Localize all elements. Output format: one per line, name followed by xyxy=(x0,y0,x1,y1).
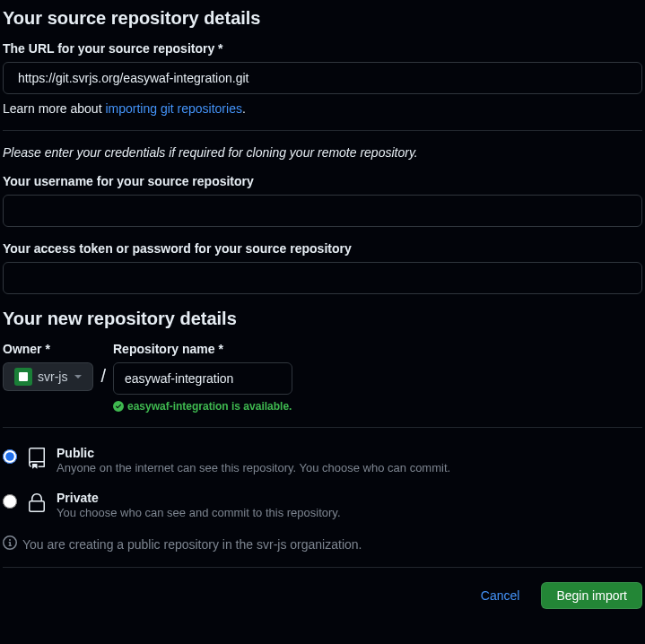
visibility-public-option[interactable]: Public Anyone on the internet can see th… xyxy=(3,442,642,478)
lock-icon xyxy=(26,491,48,514)
private-desc: You choose who can see and commit to thi… xyxy=(57,506,642,519)
repo-name-input[interactable] xyxy=(113,362,292,395)
private-title: Private xyxy=(57,491,642,505)
chevron-down-icon xyxy=(74,375,82,379)
divider xyxy=(3,567,642,568)
slash-separator: / xyxy=(100,342,106,385)
importing-git-link[interactable]: importing git repositories xyxy=(105,101,242,116)
public-radio[interactable] xyxy=(3,449,17,464)
username-label: Your username for your source repository xyxy=(3,174,642,188)
public-desc: Anyone on the internet can see this repo… xyxy=(57,461,642,474)
credentials-note: Please enter your credentials if require… xyxy=(3,145,642,160)
footer-actions: Cancel Begin import xyxy=(3,582,642,618)
username-input[interactable] xyxy=(3,195,642,227)
owner-avatar-icon xyxy=(14,368,32,386)
check-circle-icon xyxy=(113,401,124,412)
repo-name-label: Repository name xyxy=(113,342,292,356)
info-message: You are creating a public repository in … xyxy=(3,535,642,553)
newrepo-heading: Your new repository details xyxy=(3,309,642,329)
source-url-label: The URL for your source repository xyxy=(3,41,642,56)
password-input[interactable] xyxy=(3,262,642,294)
owner-label: Owner xyxy=(3,342,93,356)
public-title: Public xyxy=(57,446,642,460)
password-label: Your access token or password for your s… xyxy=(3,241,642,256)
availability-message: easywaf-integration is available. xyxy=(113,400,292,413)
source-url-input[interactable] xyxy=(3,62,642,94)
owner-dropdown[interactable]: svr-js xyxy=(3,362,93,391)
private-radio[interactable] xyxy=(3,494,17,509)
source-heading: Your source repository details xyxy=(3,8,642,29)
begin-import-button[interactable]: Begin import xyxy=(541,582,642,609)
visibility-private-option[interactable]: Private You choose who can see and commi… xyxy=(3,487,642,523)
divider xyxy=(3,130,642,131)
learn-more-text: Learn more about importing git repositor… xyxy=(3,101,642,116)
divider xyxy=(3,427,642,428)
owner-value: svr-js xyxy=(38,370,67,384)
repo-icon xyxy=(26,446,48,469)
cancel-button[interactable]: Cancel xyxy=(468,583,533,608)
info-icon xyxy=(3,535,17,553)
